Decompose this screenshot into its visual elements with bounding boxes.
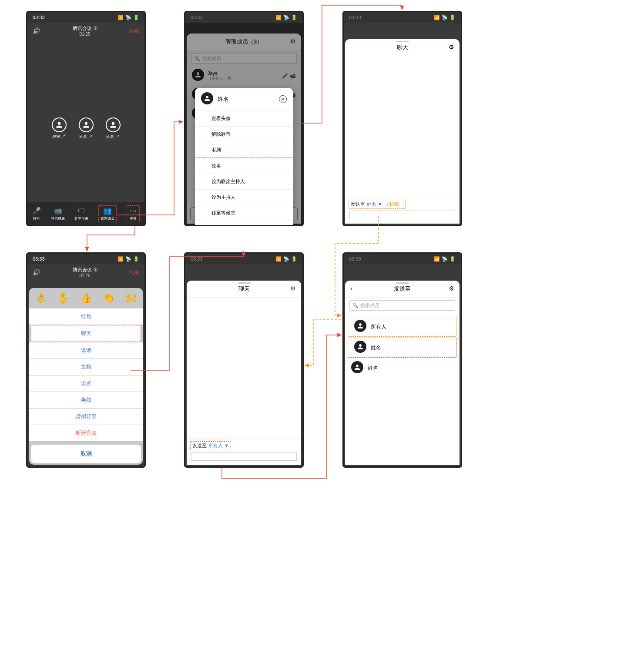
participant: Jaye 🎤 xyxy=(52,117,67,140)
back-icon[interactable]: ‹ xyxy=(350,285,352,292)
end-meeting-button[interactable]: 结束 xyxy=(130,269,139,276)
chat-input[interactable] xyxy=(191,452,297,461)
emoji-thumbs[interactable]: 👍 xyxy=(80,292,92,304)
action-private-chat[interactable]: 私聊 xyxy=(195,142,293,158)
menu-beauty[interactable]: 美颜 xyxy=(29,392,143,408)
phone-chat-private: 03:33 📶📡🔋 聊天 ⚙ 发送至 姓名 ▼ （私聊） xyxy=(342,11,462,226)
bottom-toolbar: 🎤静音 📹开启视频 🖵共享屏幕 👥管理成员 ⋯更多 xyxy=(27,202,144,225)
send-to-header: ‹ 发送至 ⚙ xyxy=(345,281,460,298)
participant: 姓名 🎤 xyxy=(79,117,94,140)
chat-header: 聊天 ⚙ xyxy=(345,39,460,56)
gear-icon[interactable]: ⚙ xyxy=(449,285,454,292)
action-report[interactable]: 举报 xyxy=(195,221,293,226)
speaker-icon[interactable]: 🔊 xyxy=(33,269,40,276)
phone-chat-all: 03:33 📶📡🔋 聊天 ⚙ 发送至 所有人 ▼ xyxy=(184,252,304,468)
chat-input[interactable] xyxy=(349,211,455,219)
menu-disconnect-audio[interactable]: 断开音频 xyxy=(29,425,143,441)
send-to-selector[interactable]: 发送至 所有人 ▼ xyxy=(190,441,231,450)
member-action-popup: 姓名 ✕ 查看头像 解除静音 私聊 改名 设为联席主持人 设为主持人 移至等候室… xyxy=(195,88,293,226)
close-icon[interactable]: ✕ xyxy=(279,95,287,103)
participant: 姓名 🎤 xyxy=(106,117,121,140)
status-bar: 03:33 📶📡🔋 xyxy=(344,12,461,23)
emoji-ok[interactable]: 👌 xyxy=(35,292,47,304)
meeting-duration: 01:25 xyxy=(40,32,130,37)
action-cohost[interactable]: 设为联席主持人 xyxy=(195,174,293,189)
end-meeting-button[interactable]: 结束 xyxy=(130,28,139,34)
participants-grid: Jaye 🎤 姓名 🎤 姓名 🎤 xyxy=(27,117,144,140)
cancel-button[interactable]: 取消 xyxy=(31,445,141,463)
more-action-sheet: 👌 ✋ 👍 👏 🙌 红包 聊天 邀请 文档 设置 美颜 虚拟背景 断开音频 取消 xyxy=(29,288,143,465)
gear-icon[interactable]: ⚙ xyxy=(449,44,454,50)
action-unmute[interactable]: 解除静音 xyxy=(195,126,293,142)
chat-header: 聊天 ⚙ xyxy=(187,281,301,298)
app-title: 腾讯会议 xyxy=(73,25,92,32)
status-bar: 03:33 📶📡🔋 xyxy=(185,254,302,264)
send-to-selector[interactable]: 发送至 姓名 ▼ （私聊） xyxy=(349,200,406,209)
mute-button[interactable]: 🎤静音 xyxy=(32,207,41,221)
more-button[interactable]: ⋯更多 xyxy=(127,205,140,222)
video-button[interactable]: 📹开启视频 xyxy=(51,207,65,221)
gear-icon[interactable]: ⚙ xyxy=(290,285,296,292)
manage-members-button[interactable]: 👥管理成员 xyxy=(98,205,117,222)
phone-more-menu: 03:33 📶📡🔋 🔊 腾讯会议ⓘ 01:25 结束 👌 ✋ 👍 👏 🙌 红包 … xyxy=(26,252,146,468)
status-bar: 03:33 📶📡🔋 xyxy=(185,12,302,23)
emoji-hand[interactable]: ✋ xyxy=(57,292,69,304)
menu-settings[interactable]: 设置 xyxy=(29,375,143,392)
action-host[interactable]: 设为主持人 xyxy=(195,189,293,205)
status-bar: 03:33 📶📡🔋 xyxy=(27,254,144,264)
phone-manage-members: 03:33 📶📡🔋 管理成员（3） ⚙ 🔍 搜索成员 Jaye （主持人，我） … xyxy=(184,11,304,226)
menu-bg[interactable]: 虚拟背景 xyxy=(29,409,143,425)
phone-meeting-main: 03:33 📶📡🔋 🔊 腾讯会议ⓘ 01:25 结束 Jaye 🎤 姓名 🎤 姓… xyxy=(26,11,146,226)
recipient-all[interactable]: 所有人 xyxy=(348,317,457,337)
status-icons: 📶📡🔋 xyxy=(117,15,139,20)
action-view-avatar[interactable]: 查看头像 xyxy=(195,111,293,126)
recipient-name[interactable]: 姓名 xyxy=(345,358,460,378)
search-input[interactable]: 🔍 搜索成员 xyxy=(349,300,455,311)
meeting-header: 🔊 腾讯会议ⓘ 01:25 结束 xyxy=(27,23,144,39)
emoji-row: 👌 ✋ 👍 👏 🙌 xyxy=(29,288,143,308)
menu-chat[interactable]: 聊天 xyxy=(31,325,141,342)
menu-docs[interactable]: 文档 xyxy=(29,359,143,375)
share-screen-button[interactable]: 🖵共享屏幕 xyxy=(74,207,88,221)
emoji-clap[interactable]: 👏 xyxy=(103,292,114,304)
status-bar: 03:33 📶📡🔋 xyxy=(344,254,461,264)
speaker-icon[interactable]: 🔊 xyxy=(33,27,40,34)
menu-red-packet[interactable]: 红包 xyxy=(29,308,143,325)
status-bar: 03:33 📶📡🔋 xyxy=(27,12,144,23)
menu-invite[interactable]: 邀请 xyxy=(29,342,143,358)
action-waiting-room[interactable]: 移至等候室 xyxy=(195,205,293,221)
action-rename[interactable]: 改名 xyxy=(195,158,293,174)
emoji-raise[interactable]: 🙌 xyxy=(125,292,137,304)
phone-send-to-list: 03:33 📶📡🔋 ‹ 发送至 ⚙ 🔍 搜索成员 所有人 姓名 xyxy=(342,252,462,468)
popup-title: 姓名 xyxy=(218,95,229,103)
recipient-name[interactable]: 姓名 xyxy=(348,338,457,358)
status-time: 03:33 xyxy=(33,15,45,20)
